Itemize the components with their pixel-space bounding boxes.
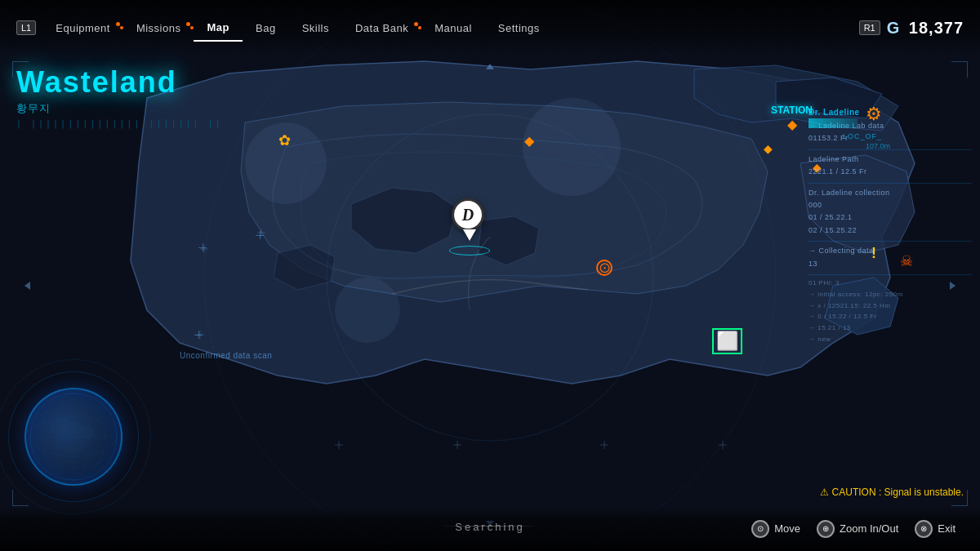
player-marker: D — [452, 198, 488, 241]
currency-display: G 18,377 — [887, 19, 964, 38]
nav-item-missions[interactable]: Missions — [123, 16, 194, 41]
right-trigger-button[interactable]: R1 — [859, 20, 880, 35]
location-highlight-label: STATION — [771, 104, 813, 116]
currency-value: 18,377 — [909, 19, 964, 37]
nav-item-equipment[interactable]: Equipment — [42, 16, 123, 41]
data-line-7: 01 / 25.22.1 — [808, 211, 972, 223]
map-icon-collectible-3[interactable]: ◆ — [784, 116, 800, 132]
move-button-icon[interactable]: ⊙ — [751, 520, 769, 538]
crosshair-2 — [198, 243, 207, 251]
marker-circle: D — [452, 198, 484, 231]
corner-decoration-tr — [951, 61, 968, 78]
data-line-8: 02 / 15.25.22 — [808, 224, 972, 236]
control-zoom: ⊕ Zoom In/Out — [817, 520, 898, 538]
region-barcode: | ||||||||||||||| ||||||| || — [16, 119, 223, 128]
caution-text: CAUTION : Signal is unstable. — [832, 487, 964, 498]
svg-point-23 — [335, 278, 400, 343]
map-icon-collectible-4[interactable]: ◆ — [760, 140, 776, 157]
zoom-button-icon[interactable]: ⊕ — [817, 520, 835, 538]
left-trigger-button[interactable]: L1 — [16, 20, 36, 35]
zoom-label: Zoom In/Out — [840, 522, 898, 535]
nav-item-skills[interactable]: Skills — [289, 16, 342, 41]
data-line-6: 000 — [808, 199, 972, 211]
nav-right-area: R1 G 18,377 — [859, 19, 964, 38]
control-exit: ⊗ Exit — [915, 520, 956, 538]
data-line-2: 01153.2 Fr — [808, 132, 972, 144]
map-icon-enemy-2[interactable]: ⊙ — [596, 260, 612, 276]
map-icon-door-1[interactable]: ⬜ — [719, 333, 735, 349]
map-data-panel: Dr. Ladeline → Ladeline Lab data 01153.2… — [808, 106, 972, 346]
data-line-3: Ladeline Path — [808, 153, 972, 165]
location-distance: 107.0m — [866, 142, 890, 150]
region-subtitle: 황무지 — [16, 101, 223, 116]
control-move: ⊙ Move — [751, 520, 800, 538]
bottom-controls: ⊙ Move ⊕ Zoom In/Out ⊗ Exit — [751, 520, 956, 538]
crosshair-3 — [194, 331, 203, 339]
svg-point-22 — [523, 98, 621, 196]
exit-button-icon[interactable]: ⊗ — [915, 520, 933, 538]
move-label: Move — [774, 522, 800, 535]
data-line-10: 13 — [808, 258, 972, 269]
map-icon-collectible-2[interactable]: ◆ — [521, 132, 537, 149]
currency-label: G — [887, 19, 901, 37]
searching-label: Searching — [455, 521, 525, 533]
marker-scan-ring — [449, 246, 490, 256]
nav-item-bag[interactable]: Bag — [243, 16, 289, 41]
marker-letter: D — [462, 206, 474, 224]
caution-notice: ⚠ CAUTION : Signal is unstable. — [820, 487, 964, 498]
data-coord-6: → new — [808, 335, 972, 345]
data-coord-3: → x / 12521.15: 22.5 Hm — [808, 301, 972, 312]
location-sub-label: LOC_OF_ — [843, 132, 882, 140]
data-coord-5: → 15.21 / 13 — [808, 323, 972, 334]
nav-item-settings[interactable]: Settings — [485, 16, 553, 41]
caution-icon: ⚠ — [820, 487, 829, 498]
nav-item-manual[interactable]: Manual — [421, 16, 485, 41]
data-line-5: Dr. Ladeline collection — [808, 187, 972, 198]
region-name: Wasteland — [16, 65, 223, 100]
exit-label: Exit — [938, 522, 956, 535]
bottom-bar: Searching ⊙ Move ⊕ Zoom In/Out ⊗ Exit — [0, 506, 980, 551]
data-coord-4: → 0 / 15.22 / 12.5 Fr — [808, 312, 972, 322]
data-line-9: → Collecting data — [808, 245, 972, 256]
data-location-name: Dr. Ladeline — [808, 106, 972, 119]
nav-menu: Equipment Missions Map Bag Skills Data B… — [42, 15, 858, 42]
unconfirmed-label: Unconfirmed data scan — [180, 351, 272, 360]
data-coord-1: 01 PHI: 3 — [808, 278, 972, 289]
top-navigation: L1 Equipment Missions Map Bag Skills Dat… — [0, 0, 980, 56]
nav-item-databank[interactable]: Data Bank — [342, 16, 421, 41]
mini-globe — [24, 388, 122, 486]
location-highlight-bar — [808, 118, 858, 128]
marker-tail — [463, 229, 476, 241]
map-icon-collectible-1[interactable]: ✿ — [276, 132, 292, 149]
nav-item-map[interactable]: Map — [194, 15, 243, 42]
data-line-4: 2221.1 / 12.5 Fr — [808, 166, 972, 177]
data-coord-2: → initial access: 12pc: 290m — [808, 290, 972, 300]
crosshair-1 — [256, 231, 264, 239]
region-title-area: Wasteland 황무지 | ||||||||||||||| ||||||| … — [16, 65, 223, 128]
globe-sphere — [24, 388, 122, 486]
marker-pin: D — [452, 198, 488, 241]
